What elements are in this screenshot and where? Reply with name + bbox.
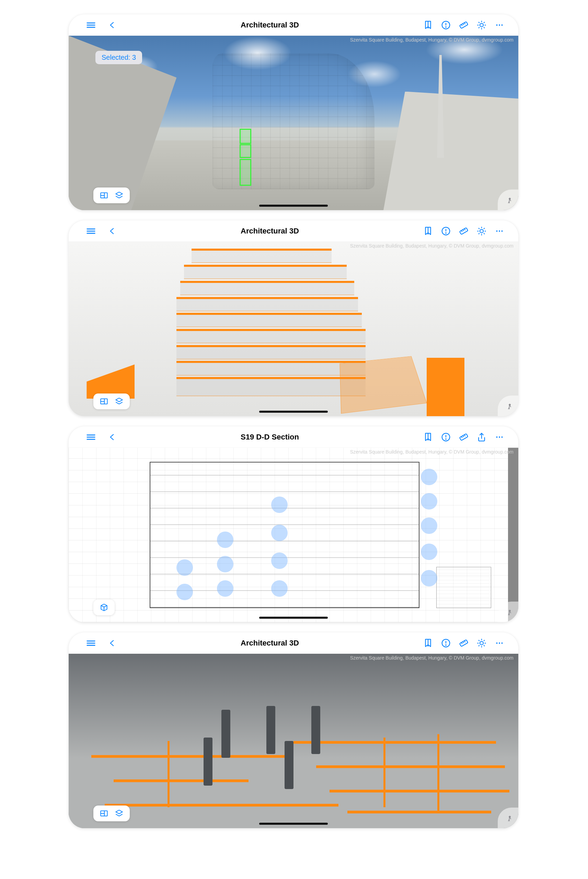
- home-indicator: [259, 205, 328, 207]
- issue-icon[interactable]: [441, 20, 451, 30]
- back-icon[interactable]: [108, 433, 117, 441]
- bookmark-icon[interactable]: [423, 226, 433, 236]
- back-icon[interactable]: [108, 226, 117, 236]
- floorplan-icon[interactable]: [99, 809, 109, 818]
- settings-icon[interactable]: [477, 226, 487, 236]
- floorplan-icon[interactable]: [99, 397, 109, 406]
- viewport-section-drawing[interactable]: [69, 448, 518, 622]
- selected-element[interactable]: [240, 144, 251, 158]
- selection-badge[interactable]: Selected: 3: [95, 51, 142, 64]
- selected-element[interactable]: [240, 159, 251, 186]
- issue-icon[interactable]: [441, 638, 451, 648]
- toolbar: S19 D-D Section: [69, 426, 518, 448]
- view-title: Architectural 3D: [117, 226, 423, 236]
- menu-icon[interactable]: [86, 432, 96, 442]
- app-screenshot-4: Architectural 3D Szervita Square Buildin…: [69, 633, 518, 828]
- view-mode-controls: [93, 806, 130, 821]
- issue-icon[interactable]: [441, 226, 451, 236]
- cube-icon[interactable]: [99, 603, 109, 612]
- back-icon[interactable]: [108, 639, 117, 648]
- toolbar: Architectural 3D: [69, 220, 518, 242]
- view-mode-controls: [93, 600, 115, 615]
- settings-icon[interactable]: [477, 20, 487, 30]
- toolbar: Architectural 3D: [69, 633, 518, 654]
- home-indicator: [259, 411, 328, 413]
- view-title: Architectural 3D: [117, 639, 423, 648]
- menu-icon[interactable]: [86, 638, 96, 648]
- view-title: Architectural 3D: [117, 21, 423, 30]
- bookmark-icon[interactable]: [423, 432, 433, 442]
- view-mode-controls: [93, 188, 130, 203]
- bookmark-icon[interactable]: [423, 638, 433, 648]
- layers-icon[interactable]: [114, 191, 124, 200]
- more-icon[interactable]: [494, 226, 505, 236]
- view-mode-controls: [93, 393, 130, 409]
- toolbar: Architectural 3D: [69, 14, 518, 36]
- app-screenshot-2: Architectural 3D Szervita Square Buildin…: [69, 220, 518, 416]
- home-indicator: [259, 616, 328, 619]
- measure-icon[interactable]: [459, 638, 469, 648]
- measure-icon[interactable]: [459, 226, 469, 236]
- issue-icon[interactable]: [441, 432, 451, 442]
- menu-icon[interactable]: [86, 226, 96, 236]
- view-title: S19 D-D Section: [117, 433, 423, 441]
- back-icon[interactable]: [108, 21, 117, 30]
- app-screenshot-1: Architectural 3D Szervita Square Buildin…: [69, 14, 518, 210]
- bookmark-icon[interactable]: [423, 20, 433, 30]
- viewport-3d-interior[interactable]: [69, 654, 518, 828]
- selected-element[interactable]: [240, 129, 251, 144]
- menu-icon[interactable]: [86, 20, 96, 30]
- more-icon[interactable]: [494, 20, 505, 30]
- home-indicator: [259, 823, 328, 825]
- floorplan-icon[interactable]: [99, 191, 109, 200]
- more-icon[interactable]: [494, 638, 505, 648]
- layers-icon[interactable]: [114, 809, 124, 818]
- layers-icon[interactable]: [114, 397, 124, 406]
- measure-icon[interactable]: [459, 432, 469, 442]
- more-icon[interactable]: [494, 432, 505, 442]
- share-icon[interactable]: [477, 432, 487, 442]
- settings-icon[interactable]: [477, 638, 487, 648]
- measure-icon[interactable]: [459, 20, 469, 30]
- app-screenshot-3: S19 D-D Section Szervita Square Building…: [69, 426, 518, 622]
- viewport-3d-section[interactable]: [69, 242, 518, 416]
